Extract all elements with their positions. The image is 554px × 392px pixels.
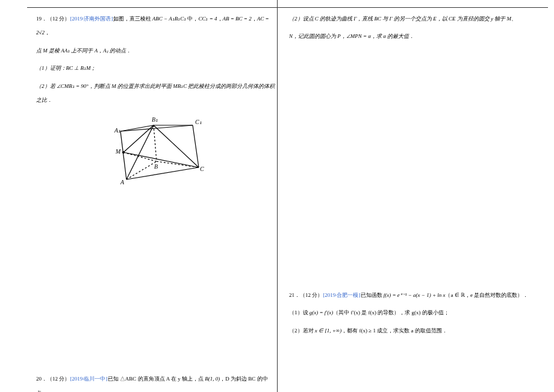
q19-part2: （2）若 ∠CMB₁ = 90°，判断点 M 的位置并求出此时平面 MB₁C 把…: [36, 79, 277, 108]
q20-p2b-text: N，记此圆的圆心为 P，∠MPN = α，求 α 的最大值．: [289, 33, 414, 39]
q20-stem: 20．（12 分）[2019·临川一中]已知 △ABC 的直角顶点 A 在 y …: [36, 372, 277, 392]
q20-part2b: N，记此圆的圆心为 P，∠MPN = α，求 α 的最大值．: [289, 30, 530, 43]
q19-text-a: 如图，直三棱柱: [113, 16, 152, 22]
svg-line-12: [123, 152, 199, 167]
q20-p2a-text: （2）设点 C 的轨迹为曲线 Γ，直线 BC 与 Γ 的另一个交点为 E，以 C…: [289, 16, 517, 22]
q20-number: 20．（12 分）: [36, 376, 70, 382]
q19-text-c: ，: [45, 30, 50, 36]
q20-source: [2019·临川一中]: [70, 376, 107, 382]
svg-line-4: [120, 125, 154, 131]
q19-part1: （1）证明：BC ⊥ B₁M；: [36, 61, 277, 75]
q21-p2a: （2）若对: [289, 328, 315, 334]
q19-abbc: AB = BC = 2: [223, 16, 252, 22]
q19-text-b: 中，: [186, 16, 198, 22]
fig-label-A: A: [120, 179, 125, 185]
q19-figure: A₁ B₁ C₁ M A B C: [96, 113, 217, 191]
q19-sep2: ，: [252, 16, 257, 22]
q21-gx: g(x) = f′(x): [310, 310, 334, 316]
q21-p2b: ，都有 f(x) ≥ 1 成立，求实数 a 的取值范围．: [341, 328, 447, 334]
fig-label-B1: B₁: [152, 116, 158, 123]
fig-label-M: M: [115, 148, 121, 155]
q21-fx: f(x) = eˣ⁻¹ − a(x − 1) + ln x: [384, 292, 446, 298]
left-spacer: [36, 191, 277, 372]
svg-line-2: [120, 131, 126, 179]
q21-p1b: （其中 f′(x) 是 f(x) 的导数），求 g(x) 的极小值；: [333, 310, 449, 316]
fig-label-A1: A₁: [114, 127, 120, 134]
column-divider: [277, 0, 278, 392]
prism-svg: A₁ B₁ C₁ M A B C: [96, 113, 217, 191]
q20-B: B(1, 0): [205, 376, 220, 382]
q21-p1a: （1）设: [289, 310, 310, 316]
q19-p1-text: （1）证明：BC ⊥ B₁M；: [36, 65, 96, 71]
q21-text-b: （a ∈ ℝ，e 是自然对数的底数）．: [445, 292, 528, 298]
q21-part1: （1）设 g(x) = f′(x)（其中 f′(x) 是 f(x) 的导数），求…: [289, 306, 530, 320]
q21-part2: （2）若对 x ∈ [1, +∞)，都有 f(x) ≥ 1 成立，求实数 a 的…: [289, 324, 530, 338]
q19-stem: 19．（12 分）[2019·济南外国语]如图，直三棱柱 ABC − A₁B₁C…: [36, 12, 277, 40]
q19-number: 19．（12 分）: [36, 16, 70, 22]
q21-stem: 21．（12 分）[2019·合肥一模]已知函数 f(x) = eˣ⁻¹ − a…: [289, 288, 530, 302]
q19-prism: ABC − A₁B₁C₁: [152, 16, 186, 22]
fig-label-C: C: [200, 166, 204, 172]
svg-line-1: [193, 125, 199, 167]
q21-text-a: 已知函数: [361, 292, 384, 298]
q21-dom: x ∈ [1, +∞): [315, 328, 341, 334]
right-spacer: [289, 48, 530, 288]
q21-number: 21．（12 分）: [289, 292, 323, 298]
svg-line-10: [123, 125, 154, 152]
fig-label-B: B: [154, 163, 158, 170]
q20-part2a: （2）设点 C 的轨迹为曲线 Γ，直线 BC 与 Γ 的另一个交点为 E，以 C…: [289, 12, 530, 26]
svg-line-13: [154, 125, 199, 167]
q19-line2-text: 点 M 是棱 AA₁ 上不同于 A，A₁ 的动点．: [36, 48, 131, 54]
page-top-border: [27, 7, 548, 8]
right-column: （2）设点 C 的轨迹为曲线 Γ，直线 BC 与 Γ 的另一个交点为 E，以 C…: [289, 12, 530, 341]
q19-p2-text: （2）若 ∠CMB₁ = 90°，判断点 M 的位置并求出此时平面 MB₁C 把…: [36, 83, 275, 103]
svg-line-8: [154, 125, 157, 161]
q19-sep1: ，: [217, 16, 223, 22]
fig-label-C1: C₁: [195, 119, 202, 125]
q19-cc1: CC₁ = 4: [198, 16, 217, 22]
q21-source: [2019·合肥一模]: [323, 292, 360, 298]
q19-source: [2019·济南外国语]: [70, 16, 113, 22]
left-column: 19．（12 分）[2019·济南外国语]如图，直三棱柱 ABC − A₁B₁C…: [36, 12, 277, 392]
q20-text-a: 已知 △ABC 的直角顶点 A 在 y 轴上，点: [108, 376, 205, 382]
svg-line-3: [126, 167, 199, 179]
q19-line2: 点 M 是棱 AA₁ 上不同于 A，A₁ 的动点．: [36, 44, 277, 58]
